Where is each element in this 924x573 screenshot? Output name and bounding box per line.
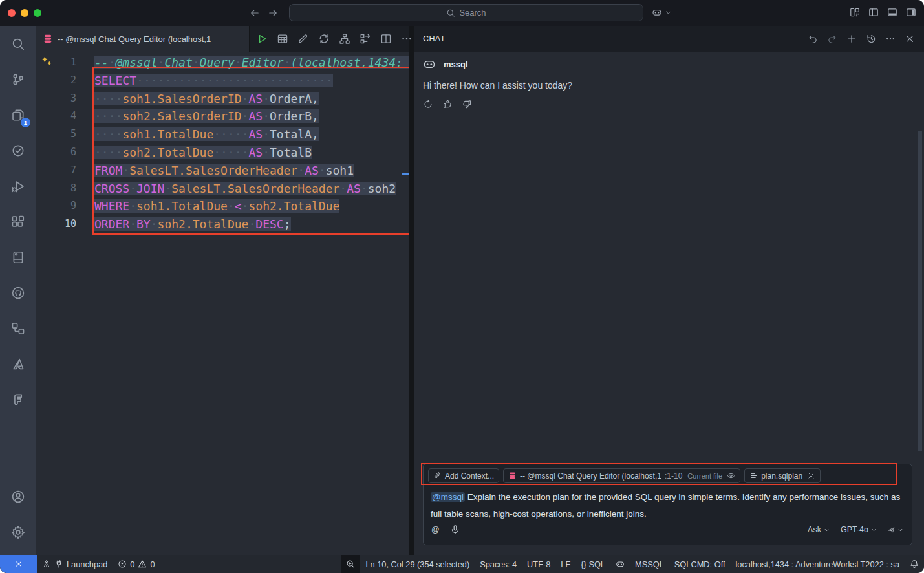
- status-text: 0: [130, 559, 134, 569]
- mssql-mention[interactable]: @mssql: [431, 492, 465, 502]
- zoom-window-button[interactable]: [34, 9, 41, 17]
- open-results-button[interactable]: [275, 32, 290, 46]
- code-line-6: 6····soh2.TotalDue·····AS·TotalB: [36, 144, 409, 162]
- status-problems[interactable]: 00: [113, 555, 160, 573]
- chip-label: Add Context...: [445, 471, 494, 481]
- command-center-search[interactable]: Search: [289, 4, 643, 21]
- more-actions-button[interactable]: [885, 34, 896, 44]
- layout-right-icon[interactable]: [906, 7, 916, 17]
- code-text: ····soh1.TotalDue·····AS·TotalA,: [94, 125, 319, 144]
- retry-button[interactable]: [423, 99, 433, 109]
- activity-item-copilot-edits[interactable]: 1: [3, 97, 34, 133]
- mode-picker[interactable]: Ask: [808, 525, 830, 534]
- robot-icon: [616, 559, 625, 568]
- activity-item-run-debug[interactable]: [3, 168, 34, 204]
- line-number: 10: [36, 215, 76, 233]
- code-line-7: 7FROM·SalesLT.SalesOrderHeader·AS·soh1: [36, 162, 409, 180]
- status-eol[interactable]: LF: [555, 555, 575, 573]
- mention-button[interactable]: @: [431, 525, 440, 534]
- close-icon[interactable]: [807, 471, 815, 480]
- open-results-icon: [277, 33, 288, 45]
- remote-sym-icon: [14, 559, 23, 568]
- activity-item-source-control[interactable]: [3, 61, 34, 97]
- status-remote-indicator[interactable]: [0, 555, 37, 573]
- chat-scrollbar[interactable]: [918, 131, 922, 451]
- estimated-plan-button[interactable]: [338, 32, 352, 46]
- chat-agent-header: mssql: [423, 55, 915, 70]
- estimated-plan-icon: [339, 33, 350, 45]
- chip-line-range: :1-10: [665, 471, 682, 481]
- split-editor-button[interactable]: [379, 32, 393, 46]
- copilot-menu[interactable]: [652, 7, 672, 17]
- status-cursor-position[interactable]: Ln 10, Col 29 (354 selected): [360, 555, 475, 573]
- activity-item-github[interactable]: [3, 275, 34, 310]
- send-button[interactable]: [888, 526, 904, 534]
- layout-controls: [850, 7, 916, 17]
- activity-item-extensions[interactable]: [3, 204, 34, 239]
- code-text: ····soh2.TotalDue·····AS·TotalB: [94, 144, 312, 162]
- status-connection[interactable]: localhost,1434 : AdventureWorksLT2022 : …: [731, 555, 905, 573]
- navigate-back-icon[interactable]: [250, 8, 260, 18]
- code-editor[interactable]: 1--·@mssql·Chat·Query·Editor·(localhost,…: [36, 52, 409, 555]
- status-notifications[interactable]: [905, 555, 924, 573]
- search-icon: [11, 37, 25, 51]
- minimize-window-button[interactable]: [21, 9, 28, 17]
- line-number: 3: [36, 90, 76, 108]
- chevron-down-icon: [897, 526, 904, 534]
- status-encoding[interactable]: UTF-8: [522, 555, 555, 573]
- activity-item-azure[interactable]: [3, 346, 34, 382]
- activity-item-remote-explorer[interactable]: [3, 310, 34, 346]
- github-icon: [11, 286, 25, 300]
- tab-mssql-chat-query-editor[interactable]: -- @mssql Chat Query Editor (localhost,1: [36, 26, 250, 52]
- activity-item-search[interactable]: [3, 26, 34, 61]
- status-mssql[interactable]: MSSQL: [630, 555, 669, 573]
- layout-custom-icon[interactable]: [850, 7, 860, 17]
- close-panel-button[interactable]: [905, 34, 915, 44]
- run-query-button[interactable]: [255, 32, 269, 46]
- thumbs-up-button[interactable]: [442, 99, 453, 109]
- thumbs-down-button[interactable]: [462, 99, 472, 109]
- tab-chat[interactable]: CHAT: [423, 26, 446, 52]
- chat-input[interactable]: @mssql Explain the execution plan for th…: [424, 487, 912, 523]
- status-copilot-status[interactable]: [610, 555, 630, 573]
- eye-icon[interactable]: [727, 471, 735, 480]
- more-actions-icon: [885, 34, 896, 44]
- activity-item-account[interactable]: [3, 479, 34, 514]
- copilot-sparkle-icon: [41, 56, 52, 67]
- status-text: UTF-8: [527, 559, 550, 569]
- layout-panel-icon[interactable]: [887, 7, 897, 17]
- undo-button[interactable]: [808, 34, 818, 44]
- history-icon: [866, 34, 876, 44]
- status-zoom-indicator[interactable]: [341, 555, 360, 573]
- status-language-mode[interactable]: {} SQL: [575, 555, 610, 573]
- layout-left-icon[interactable]: [868, 7, 879, 17]
- code-line-10: 10ORDER·BY·soh2.TotalDue·DESC;: [36, 215, 409, 233]
- line-number: 9: [36, 197, 76, 215]
- chat-input-toolbar: @ Ask GPT-4o: [424, 523, 912, 535]
- activity-item-testing[interactable]: [3, 133, 34, 168]
- history-button[interactable]: [866, 34, 876, 44]
- context-chip-add-context[interactable]: Add Context...: [428, 468, 499, 483]
- more-actions-button[interactable]: [400, 32, 414, 46]
- code-text: WHERE·soh1.TotalDue·<·soh2.TotalDue: [94, 197, 339, 215]
- vscode-window: { "titlebar": { "search_placeholder": "S…: [0, 0, 924, 573]
- model-picker[interactable]: GPT-4o: [841, 525, 877, 534]
- activity-item-fabric[interactable]: [3, 382, 34, 417]
- change-connection-button[interactable]: [317, 32, 331, 46]
- close-window-button[interactable]: [8, 9, 16, 17]
- chip-label: -- @mssql Chat Query Editor (localhost,1: [520, 471, 661, 481]
- actual-plan-button[interactable]: [358, 32, 372, 46]
- status-sqlcmd[interactable]: SQLCMD: Off: [669, 555, 731, 573]
- activity-item-notebook[interactable]: [3, 239, 34, 275]
- status-indentation[interactable]: Spaces: 4: [475, 555, 522, 573]
- context-chip-current-file-context[interactable]: -- @mssql Chat Query Editor (localhost,1…: [503, 468, 740, 483]
- status-launchpad[interactable]: Launchpad: [37, 555, 113, 573]
- context-chip-plan-sqlplan-context[interactable]: plan.sqlplan: [744, 468, 821, 483]
- navigate-forward-icon[interactable]: [268, 8, 278, 18]
- new-chat-button[interactable]: [846, 34, 857, 44]
- brush-button[interactable]: [296, 32, 310, 46]
- activity-item-settings[interactable]: [3, 514, 34, 550]
- redo-button[interactable]: [827, 34, 837, 44]
- microphone-button[interactable]: [450, 524, 460, 535]
- thumbs-down-icon: [462, 99, 472, 109]
